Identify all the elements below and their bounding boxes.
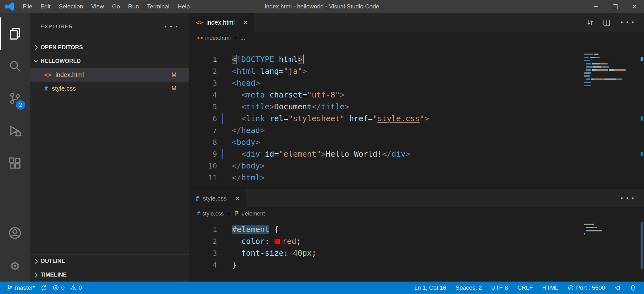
code-line[interactable]: 10</body>	[189, 160, 644, 172]
close-tab-icon[interactable]: ×	[241, 18, 250, 27]
sidebar-section-open-editors[interactable]: OPEN EDITORS	[30, 40, 189, 54]
line-number: 1	[189, 224, 217, 235]
token: >	[255, 78, 260, 88]
breadcrumb[interactable]: #style.css#element	[189, 207, 644, 220]
color-swatch[interactable]	[275, 239, 280, 244]
status-feedback[interactable]	[612, 282, 623, 294]
sidebar-section-folder[interactable]: HELLOWORLD	[30, 54, 189, 68]
more-actions-icon[interactable]: ···	[163, 23, 180, 31]
status-errors[interactable]: 0	[50, 282, 67, 294]
token: =	[274, 149, 279, 159]
menu-item-run[interactable]: Run	[124, 0, 143, 13]
code-editor-css[interactable]: 1#element {2 color: red;3 font-size: 40p…	[189, 220, 644, 282]
code-line[interactable]: 6 <link rel="stylesheet" href="style.css…	[189, 113, 644, 125]
code-line[interactable]: 3<head>	[189, 77, 644, 89]
editor-group-top: <> index.html × ··· <>index.html... 1<!D…	[189, 13, 644, 189]
maximize-icon[interactable]	[605, 0, 625, 13]
activity-search[interactable]	[0, 50, 30, 82]
code-line[interactable]: 4}	[189, 259, 644, 271]
code-line[interactable]: 2<html lang="ja">	[189, 65, 644, 77]
cursor-ruler-mark	[641, 57, 643, 61]
code-text: <title>Document</title>	[232, 101, 644, 113]
menu-item-terminal[interactable]: Terminal	[143, 0, 174, 13]
minimap-slider[interactable]	[641, 222, 643, 269]
modified-ruler-mark	[641, 152, 643, 156]
activity-settings[interactable]: ⚙	[0, 249, 30, 282]
explorer-file-index-html[interactable]: <>index.htmlM	[30, 68, 189, 82]
breadcrumb-item[interactable]: ...	[240, 35, 245, 41]
activity-run-debug[interactable]	[0, 115, 30, 147]
menu-item-edit[interactable]: Edit	[36, 0, 55, 13]
activity-accounts[interactable]	[0, 217, 30, 249]
token: body	[237, 138, 255, 147]
close-icon[interactable]: ×	[625, 0, 644, 13]
git-modified-badge: M	[171, 71, 176, 78]
minimap[interactable]	[584, 54, 634, 88]
code-line[interactable]: 8<body>	[189, 136, 644, 148]
gutter	[217, 247, 232, 259]
close-tab-icon[interactable]: ×	[233, 194, 242, 203]
menu-item-selection[interactable]: Selection	[55, 0, 87, 13]
activity-explorer[interactable]	[0, 17, 30, 50]
git-modified-badge: M	[171, 85, 176, 92]
more-actions-icon[interactable]: ···	[619, 18, 636, 26]
explorer-file-style-css[interactable]: #style.cssM	[30, 82, 189, 95]
code-line[interactable]: 1#element {	[189, 224, 644, 235]
search-icon	[8, 59, 22, 73]
open-changes-icon[interactable]	[586, 19, 594, 26]
code-line[interactable]: 3 font-size: 40px;	[189, 247, 644, 259]
more-actions-icon[interactable]: ···	[619, 194, 636, 202]
status-encoding[interactable]: UTF-8	[488, 282, 511, 294]
menu-item-go[interactable]: Go	[108, 0, 124, 13]
window-title: index.html - helloworld - Visual Studio …	[265, 3, 379, 10]
status-live-server-port[interactable]: Port : 5500	[565, 282, 608, 294]
breadcrumb-item[interactable]: style.css	[202, 211, 224, 217]
activity-source-control[interactable]: 2	[0, 82, 30, 115]
menu-item-view[interactable]: View	[87, 0, 108, 13]
breadcrumb-item[interactable]: #element	[242, 211, 265, 217]
status-eol[interactable]: CRLF	[515, 282, 536, 294]
status-sync[interactable]	[38, 282, 50, 294]
token: meta	[246, 90, 265, 99]
code-line[interactable]: 9 <div id="element">Hello World!</div>	[189, 148, 644, 160]
token	[265, 114, 269, 123]
code-line[interactable]: 1<!DOCTYPE html>	[189, 54, 644, 65]
code-line[interactable]: 5 <title>Document</title>	[189, 101, 644, 113]
code-line[interactable]: 4 <meta charset="utf-8">	[189, 89, 644, 101]
breadcrumb-item[interactable]: index.html	[205, 35, 231, 41]
code-line[interactable]: 11</html>	[189, 172, 644, 184]
breadcrumb[interactable]: <>index.html...	[189, 32, 644, 44]
status-language-mode[interactable]: HTML	[539, 282, 561, 294]
status-warnings[interactable]: 0	[67, 282, 85, 294]
status-cursor-position[interactable]: Ln 1, Col 16	[411, 282, 449, 294]
code-text: <head>	[232, 77, 644, 89]
activity-extensions[interactable]	[0, 147, 30, 179]
gutter	[217, 125, 232, 136]
tab-index-html[interactable]: <> index.html ×	[189, 13, 254, 32]
file-name: style.css	[52, 85, 76, 92]
split-editor-icon[interactable]	[603, 19, 611, 26]
css-file-icon: #	[44, 86, 48, 92]
token: >	[269, 102, 274, 111]
code-line[interactable]: 7</head>	[189, 125, 644, 136]
sidebar-section-timeline[interactable]: TIMELINE	[30, 268, 189, 282]
tab-style-css[interactable]: # style.css ×	[189, 189, 246, 207]
line-number: 3	[189, 77, 217, 89]
code-text: </head>	[232, 125, 644, 136]
code-line[interactable]: 2 color: red;	[189, 235, 644, 247]
status-notifications[interactable]	[627, 282, 639, 294]
token	[232, 90, 241, 99]
minimize-icon[interactable]: −	[586, 0, 605, 13]
gutter	[217, 113, 232, 125]
minimap-line	[584, 224, 634, 225]
menu-item-help[interactable]: Help	[173, 0, 194, 13]
code-editor-html[interactable]: 1<!DOCTYPE html>2<html lang="ja">3<head>…	[189, 44, 644, 189]
status-git-branch[interactable]: master*	[4, 282, 38, 294]
chevron-right-icon	[32, 258, 40, 265]
menu-item-file[interactable]: File	[19, 0, 36, 13]
sidebar-section-outline[interactable]: OUTLINE	[30, 254, 189, 268]
code-text: </body>	[232, 160, 644, 172]
token: </	[312, 102, 321, 111]
status-indentation[interactable]: Spaces: 2	[453, 282, 485, 294]
minimap[interactable]	[584, 224, 634, 236]
